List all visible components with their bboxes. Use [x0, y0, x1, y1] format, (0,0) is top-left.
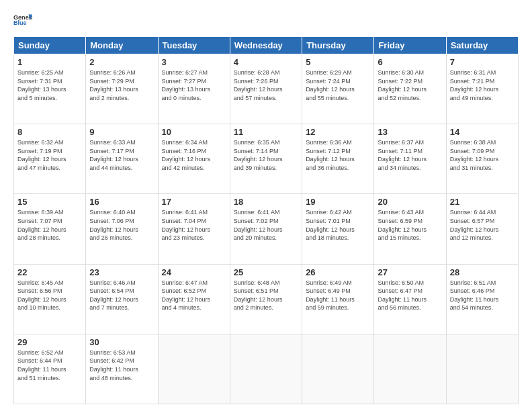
day-info: Sunrise: 6:49 AM Sunset: 6:49 PM Dayligh…: [306, 279, 370, 312]
calendar-cell: 22Sunrise: 6:45 AM Sunset: 6:56 PM Dayli…: [14, 264, 86, 334]
logo: General Blue: [13, 11, 35, 30]
day-number: 14: [450, 127, 515, 137]
calendar-cell: [446, 334, 518, 404]
day-info: Sunrise: 6:41 AM Sunset: 7:04 PM Dayligh…: [162, 208, 226, 242]
calendar-cell: 1Sunrise: 6:25 AM Sunset: 7:31 PM Daylig…: [14, 54, 86, 124]
day-number: 26: [306, 267, 370, 277]
day-info: Sunrise: 6:32 AM Sunset: 7:19 PM Dayligh…: [17, 138, 82, 172]
calendar-cell: 26Sunrise: 6:49 AM Sunset: 6:49 PM Dayli…: [302, 264, 374, 334]
calendar-week-2: 15Sunrise: 6:39 AM Sunset: 7:07 PM Dayli…: [14, 194, 519, 264]
day-info: Sunrise: 6:50 AM Sunset: 6:47 PM Dayligh…: [378, 279, 442, 312]
day-number: 5: [306, 57, 370, 67]
day-number: 11: [234, 127, 298, 137]
day-info: Sunrise: 6:28 AM Sunset: 7:26 PM Dayligh…: [234, 68, 298, 102]
day-info: Sunrise: 6:36 AM Sunset: 7:12 PM Dayligh…: [306, 138, 370, 172]
day-info: Sunrise: 6:26 AM Sunset: 7:29 PM Dayligh…: [89, 68, 154, 102]
day-info: Sunrise: 6:39 AM Sunset: 7:07 PM Dayligh…: [17, 208, 82, 242]
day-info: Sunrise: 6:41 AM Sunset: 7:02 PM Dayligh…: [234, 208, 298, 242]
day-info: Sunrise: 6:45 AM Sunset: 6:56 PM Dayligh…: [17, 279, 82, 312]
day-info: Sunrise: 6:27 AM Sunset: 7:27 PM Dayligh…: [162, 68, 226, 102]
day-number: 2: [89, 57, 154, 67]
day-number: 17: [162, 197, 226, 207]
calendar-week-3: 22Sunrise: 6:45 AM Sunset: 6:56 PM Dayli…: [14, 264, 519, 334]
day-number: 8: [17, 127, 82, 137]
day-info: Sunrise: 6:37 AM Sunset: 7:11 PM Dayligh…: [378, 138, 442, 172]
calendar-cell: 28Sunrise: 6:51 AM Sunset: 6:46 PM Dayli…: [446, 264, 518, 334]
calendar-cell: 25Sunrise: 6:48 AM Sunset: 6:51 PM Dayli…: [230, 264, 302, 334]
calendar-cell: 30Sunrise: 6:53 AM Sunset: 6:42 PM Dayli…: [86, 334, 158, 404]
calendar-week-1: 8Sunrise: 6:32 AM Sunset: 7:19 PM Daylig…: [14, 124, 519, 194]
day-number: 15: [17, 197, 82, 207]
calendar-cell: 8Sunrise: 6:32 AM Sunset: 7:19 PM Daylig…: [14, 124, 86, 194]
calendar-cell: 9Sunrise: 6:33 AM Sunset: 7:17 PM Daylig…: [86, 124, 158, 194]
calendar-cell: 24Sunrise: 6:47 AM Sunset: 6:52 PM Dayli…: [158, 264, 230, 334]
calendar-cell: 5Sunrise: 6:29 AM Sunset: 7:24 PM Daylig…: [302, 54, 374, 124]
calendar-cell: 27Sunrise: 6:50 AM Sunset: 6:47 PM Dayli…: [374, 264, 446, 334]
day-info: Sunrise: 6:25 AM Sunset: 7:31 PM Dayligh…: [17, 68, 82, 102]
day-info: Sunrise: 6:43 AM Sunset: 6:59 PM Dayligh…: [378, 208, 442, 242]
calendar-cell: 19Sunrise: 6:42 AM Sunset: 7:01 PM Dayli…: [302, 194, 374, 264]
calendar-week-0: 1Sunrise: 6:25 AM Sunset: 7:31 PM Daylig…: [14, 54, 519, 124]
day-number: 12: [306, 127, 370, 137]
calendar-cell: 23Sunrise: 6:46 AM Sunset: 6:54 PM Dayli…: [86, 264, 158, 334]
day-number: 22: [17, 267, 82, 277]
day-info: Sunrise: 6:40 AM Sunset: 7:06 PM Dayligh…: [89, 208, 154, 242]
day-number: 6: [378, 57, 442, 67]
calendar-cell: [158, 334, 230, 404]
calendar-cell: [302, 334, 374, 404]
day-number: 16: [89, 197, 154, 207]
calendar-header-row: SundayMondayTuesdayWednesdayThursdayFrid…: [14, 37, 519, 54]
calendar-cell: 11Sunrise: 6:35 AM Sunset: 7:14 PM Dayli…: [230, 124, 302, 194]
calendar-cell: [374, 334, 446, 404]
header-day-friday: Friday: [374, 37, 446, 54]
svg-text:Blue: Blue: [13, 19, 27, 26]
calendar-week-4: 29Sunrise: 6:52 AM Sunset: 6:44 PM Dayli…: [14, 334, 519, 404]
calendar-cell: [230, 334, 302, 404]
day-number: 29: [17, 337, 82, 347]
day-info: Sunrise: 6:53 AM Sunset: 6:42 PM Dayligh…: [89, 349, 154, 382]
day-info: Sunrise: 6:29 AM Sunset: 7:24 PM Dayligh…: [306, 68, 370, 102]
calendar-cell: 4Sunrise: 6:28 AM Sunset: 7:26 PM Daylig…: [230, 54, 302, 124]
calendar-cell: 13Sunrise: 6:37 AM Sunset: 7:11 PM Dayli…: [374, 124, 446, 194]
day-info: Sunrise: 6:48 AM Sunset: 6:51 PM Dayligh…: [234, 279, 298, 312]
header-day-wednesday: Wednesday: [230, 37, 302, 54]
day-info: Sunrise: 6:47 AM Sunset: 6:52 PM Dayligh…: [162, 279, 226, 312]
day-number: 25: [234, 267, 298, 277]
day-number: 20: [378, 197, 442, 207]
day-number: 9: [89, 127, 154, 137]
day-info: Sunrise: 6:30 AM Sunset: 7:22 PM Dayligh…: [378, 68, 442, 102]
day-info: Sunrise: 6:52 AM Sunset: 6:44 PM Dayligh…: [17, 349, 82, 382]
day-info: Sunrise: 6:38 AM Sunset: 7:09 PM Dayligh…: [450, 138, 515, 172]
day-number: 28: [450, 267, 515, 277]
day-number: 19: [306, 197, 370, 207]
calendar-cell: 20Sunrise: 6:43 AM Sunset: 6:59 PM Dayli…: [374, 194, 446, 264]
day-number: 1: [17, 57, 82, 67]
day-info: Sunrise: 6:44 AM Sunset: 6:57 PM Dayligh…: [450, 208, 515, 242]
calendar-cell: 10Sunrise: 6:34 AM Sunset: 7:16 PM Dayli…: [158, 124, 230, 194]
calendar-cell: 29Sunrise: 6:52 AM Sunset: 6:44 PM Dayli…: [14, 334, 86, 404]
day-number: 23: [89, 267, 154, 277]
day-number: 13: [378, 127, 442, 137]
calendar-cell: 21Sunrise: 6:44 AM Sunset: 6:57 PM Dayli…: [446, 194, 518, 264]
day-info: Sunrise: 6:33 AM Sunset: 7:17 PM Dayligh…: [89, 138, 154, 172]
day-info: Sunrise: 6:31 AM Sunset: 7:21 PM Dayligh…: [450, 68, 515, 102]
day-number: 21: [450, 197, 515, 207]
calendar-cell: 15Sunrise: 6:39 AM Sunset: 7:07 PM Dayli…: [14, 194, 86, 264]
calendar-cell: 2Sunrise: 6:26 AM Sunset: 7:29 PM Daylig…: [86, 54, 158, 124]
day-info: Sunrise: 6:34 AM Sunset: 7:16 PM Dayligh…: [162, 138, 226, 172]
logo-icon: General Blue: [13, 11, 32, 30]
calendar-cell: 16Sunrise: 6:40 AM Sunset: 7:06 PM Dayli…: [86, 194, 158, 264]
header-day-thursday: Thursday: [302, 37, 374, 54]
calendar-cell: 14Sunrise: 6:38 AM Sunset: 7:09 PM Dayli…: [446, 124, 518, 194]
day-info: Sunrise: 6:35 AM Sunset: 7:14 PM Dayligh…: [234, 138, 298, 172]
day-info: Sunrise: 6:46 AM Sunset: 6:54 PM Dayligh…: [89, 279, 154, 312]
calendar-cell: 18Sunrise: 6:41 AM Sunset: 7:02 PM Dayli…: [230, 194, 302, 264]
day-info: Sunrise: 6:42 AM Sunset: 7:01 PM Dayligh…: [306, 208, 370, 242]
day-number: 27: [378, 267, 442, 277]
day-number: 18: [234, 197, 298, 207]
day-number: 3: [162, 57, 226, 67]
calendar-cell: 3Sunrise: 6:27 AM Sunset: 7:27 PM Daylig…: [158, 54, 230, 124]
header-day-monday: Monday: [86, 37, 158, 54]
calendar-cell: 12Sunrise: 6:36 AM Sunset: 7:12 PM Dayli…: [302, 124, 374, 194]
header-day-tuesday: Tuesday: [158, 37, 230, 54]
